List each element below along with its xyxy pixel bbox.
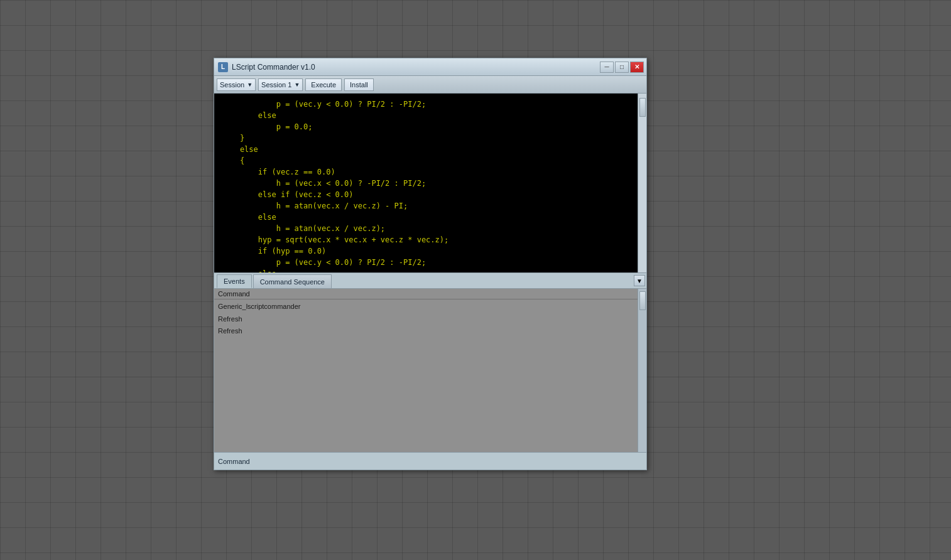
execute-button[interactable]: Execute	[305, 78, 342, 91]
title-buttons: ─ □ ✕	[600, 62, 644, 73]
maximize-button[interactable]: □	[615, 62, 629, 73]
app-icon: L	[218, 62, 228, 72]
events-scrollbar[interactable]	[638, 289, 646, 452]
main-window: L LScript Commander v1.0 ─ □ ✕ Session ▼…	[214, 58, 647, 470]
session-dropdown-arrow: ▼	[247, 82, 253, 88]
session1-dropdown[interactable]: Session 1 ▼	[258, 78, 303, 91]
command-bar: Command	[214, 452, 646, 470]
code-editor[interactable]: p = (vec.y < 0.0) ? PI/2 : -PI/2; else p…	[214, 94, 646, 272]
toolbar: Session ▼ Session 1 ▼ Execute Install	[214, 76, 646, 94]
events-header: Command	[214, 289, 646, 299]
code-scrollbar-thumb[interactable]	[639, 98, 646, 117]
list-item: Refresh	[218, 313, 643, 326]
events-list: Generic_lscriptcommander Refresh Refresh	[214, 299, 646, 339]
list-item: Refresh	[218, 325, 643, 338]
code-content: p = (vec.y < 0.0) ? PI/2 : -PI/2; else p…	[222, 99, 639, 272]
session-dropdown[interactable]: Session ▼	[217, 78, 256, 91]
list-item: Generic_lscriptcommander	[218, 301, 643, 313]
tab-command-sequence[interactable]: Command Sequence	[253, 274, 332, 288]
minimize-button[interactable]: ─	[600, 62, 614, 73]
title-bar: L LScript Commander v1.0 ─ □ ✕	[214, 58, 646, 76]
tabs-bar: Events Command Sequence ▼	[214, 272, 646, 289]
title-bar-left: L LScript Commander v1.0	[218, 62, 315, 72]
window-title: LScript Commander v1.0	[232, 63, 315, 72]
install-button[interactable]: Install	[344, 78, 374, 91]
session1-dropdown-arrow: ▼	[294, 82, 300, 88]
events-panel: Command Generic_lscriptcommander Refresh…	[214, 289, 646, 452]
command-label: Command	[218, 458, 250, 465]
code-scrollbar[interactable]	[638, 94, 646, 272]
tab-events[interactable]: Events	[217, 274, 252, 288]
close-button[interactable]: ✕	[630, 62, 644, 73]
events-scrollbar-thumb[interactable]	[639, 291, 646, 310]
tab-scroll-button[interactable]: ▼	[634, 275, 645, 286]
